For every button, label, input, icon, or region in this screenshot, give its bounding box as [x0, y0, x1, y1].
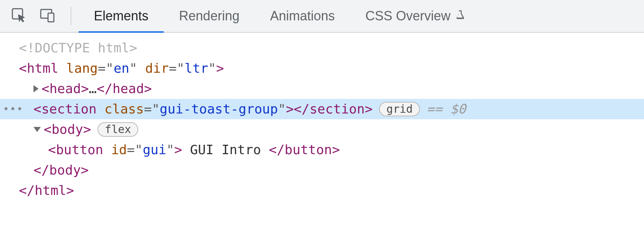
layout-badge-grid[interactable]: grid [379, 102, 420, 116]
toolbar-icons [10, 7, 67, 25]
dom-body-close[interactable]: </body> [0, 160, 644, 180]
toolbar-divider [71, 7, 71, 25]
tab-label: Animations [270, 8, 335, 24]
text-node: GUI Intro [182, 140, 269, 160]
tag-name: html [27, 58, 59, 79]
devtools-toolbar: Elements Rendering Animations CSS Overvi… [0, 0, 644, 33]
doctype-text: <!DOCTYPE html> [19, 38, 137, 58]
attr-name: class [104, 99, 144, 119]
attr-value: en [114, 58, 129, 79]
attr-name: id [111, 140, 127, 160]
tag-name: head [49, 79, 81, 99]
attr-name: lang [66, 58, 98, 79]
attr-value: gui [143, 140, 166, 160]
dom-button[interactable]: <button id="gui"> GUI Intro </button> [0, 140, 644, 160]
dom-section-selected[interactable]: ••• <section class="gui-toast-group"></s… [0, 99, 644, 119]
dom-html-close[interactable]: </html> [0, 180, 644, 201]
attr-value: ltr [184, 58, 208, 79]
dom-doctype[interactable]: <!DOCTYPE html> [0, 38, 644, 58]
tab-elements[interactable]: Elements [79, 0, 164, 32]
dom-html-open[interactable]: <html lang="en" dir="ltr"> [0, 58, 644, 79]
tag-name: section [41, 99, 97, 119]
dom-head[interactable]: <head>…</head> [0, 79, 644, 99]
inspect-element-icon[interactable] [10, 7, 28, 25]
svg-rect-2 [48, 13, 54, 22]
tab-rendering[interactable]: Rendering [164, 0, 255, 32]
layout-badge-flex[interactable]: flex [98, 122, 138, 137]
attr-value: gui-toast-group [160, 99, 278, 119]
tab-animations[interactable]: Animations [255, 0, 350, 32]
tab-label: Elements [94, 8, 148, 24]
tab-label: CSS Overview [365, 8, 450, 24]
tag-name: button [56, 140, 103, 160]
flask-icon [455, 8, 466, 24]
tab-css-overview[interactable]: CSS Overview [350, 0, 481, 32]
collapsed-ellipsis: … [89, 79, 97, 99]
collapse-arrow-icon[interactable] [33, 127, 41, 132]
device-toolbar-icon[interactable] [39, 7, 56, 25]
panel-tabs: Elements Rendering Animations CSS Overvi… [79, 0, 481, 32]
elements-dom-tree[interactable]: <!DOCTYPE html> <html lang="en" dir="ltr… [0, 33, 644, 201]
console-reference: == $0 [426, 99, 466, 119]
more-actions-icon[interactable]: ••• [3, 99, 24, 119]
expand-arrow-icon[interactable] [33, 85, 39, 92]
tag-name: body [52, 119, 83, 140]
dom-body-open[interactable]: <body> flex [0, 119, 644, 140]
attr-name: dir [145, 58, 169, 79]
tab-label: Rendering [179, 8, 239, 24]
